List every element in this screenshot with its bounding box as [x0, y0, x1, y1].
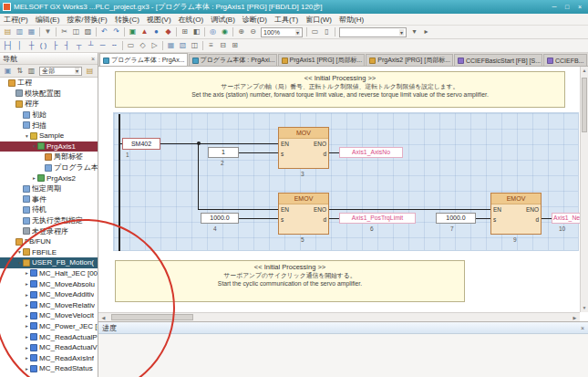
- tree-item[interactable]: ▸ MC_ReadActualV: [0, 342, 98, 353]
- tree-filter-select[interactable]: 全部 ▾: [39, 67, 82, 76]
- tree-item[interactable]: ▸ MC_MoveAdditiv: [0, 289, 98, 300]
- tree-expander-icon[interactable]: ▸: [24, 334, 30, 340]
- document-tab[interactable]: プログラム本体 : PrgAxi...: [189, 54, 277, 66]
- constant-input[interactable]: 1: [208, 147, 239, 158]
- toolbar-icon[interactable]: ◆: [162, 26, 174, 37]
- menu-item[interactable]: 在线(O): [175, 15, 208, 25]
- ladder-symbol-icon[interactable]: │: [14, 40, 26, 51]
- toolbar-icon[interactable]: ⊖: [247, 26, 259, 37]
- horizontal-scroll-thumb[interactable]: [111, 314, 193, 320]
- menu-item[interactable]: 转换(C): [111, 15, 143, 25]
- tree-item[interactable]: ▸ MC_MoveAbsolu: [0, 278, 98, 289]
- ladder-symbol-icon[interactable]: ┬: [73, 40, 85, 51]
- tree-item[interactable]: 模块配置图: [0, 89, 98, 99]
- tree-item[interactable]: ▾ PrgAxis1: [0, 141, 98, 152]
- ladder-symbol-icon[interactable]: ◫: [189, 40, 201, 51]
- ladder-symbol-icon[interactable]: ╌: [108, 40, 120, 51]
- tree-item[interactable]: プログラム本体: [0, 162, 98, 173]
- tree-item[interactable]: ▾ USER_FB_Motion(: [0, 257, 98, 268]
- tree-item[interactable]: ▾ Sample: [0, 131, 98, 141]
- document-tab[interactable]: PrgAxis2 [PRG] [局部标...: [366, 54, 453, 66]
- menu-item[interactable]: 编辑(E): [32, 15, 64, 25]
- document-tab[interactable]: PrgAxis1 [PRG] [局部标...: [278, 54, 366, 66]
- tree-item[interactable]: ▸ MC_ReadStatus: [0, 363, 98, 374]
- tree-item[interactable]: 无执行类型指定: [0, 215, 98, 226]
- tree-item[interactable]: ▾ FBFILE: [0, 247, 98, 258]
- document-tab[interactable]: CCIEFB...: [543, 54, 587, 66]
- scroll-up-icon[interactable]: ▲: [581, 67, 588, 75]
- vertical-scroll-thumb[interactable]: [582, 78, 587, 132]
- tree-expander-icon[interactable]: ▾: [24, 133, 30, 139]
- tree-expander-icon[interactable]: ▸: [24, 270, 30, 276]
- tree-expander-icon[interactable]: ▸: [24, 323, 30, 329]
- toolbar-icon[interactable]: ▤: [2, 26, 14, 37]
- tree-item[interactable]: 待机: [0, 204, 98, 215]
- maximize-button[interactable]: □: [562, 4, 573, 10]
- tree-expander-icon[interactable]: ▾: [31, 143, 37, 149]
- toolbar-icon[interactable]: ▭: [309, 26, 321, 37]
- menu-item[interactable]: 视图(V): [143, 15, 175, 25]
- toolbar-icon[interactable]: ▨: [82, 26, 94, 37]
- nav-tool-icon[interactable]: ▥: [26, 66, 37, 77]
- toolbar-icon[interactable]: ◎: [207, 26, 219, 37]
- ladder-symbol-icon[interactable]: ▦: [165, 40, 177, 51]
- tree-item[interactable]: 初始: [0, 110, 98, 120]
- toolbar-icon[interactable]: ▲: [139, 26, 150, 37]
- ladder-symbol-icon[interactable]: ─: [97, 40, 108, 51]
- toolbar-icon[interactable]: ⊞: [179, 26, 191, 37]
- menu-item[interactable]: 调试(B): [207, 15, 239, 25]
- ladder-symbol-icon[interactable]: ( ): [37, 40, 49, 51]
- tree-item[interactable]: ▸ MC_MoveVelocit: [0, 310, 98, 321]
- tree-expander-icon[interactable]: ▸: [24, 292, 30, 298]
- tree-item[interactable]: 未登录程序: [0, 225, 98, 236]
- scroll-left-icon[interactable]: ◀: [98, 314, 108, 321]
- ladder-symbol-icon[interactable]: ┤: [61, 40, 73, 51]
- ladder-symbol-icon[interactable]: ⊞: [229, 40, 241, 51]
- ladder-symbol-icon[interactable]: ┼: [26, 40, 37, 51]
- tree-item[interactable]: ▸ MC_MoveRelativ: [0, 299, 98, 310]
- emov-block-2[interactable]: EMOV EN ENO s d: [490, 193, 542, 235]
- toolbar-icon[interactable]: ▼: [42, 26, 54, 37]
- tree-expander-icon[interactable]: ▸: [24, 366, 30, 372]
- nav-tool-icon[interactable]: ▤: [84, 66, 96, 77]
- minimize-button[interactable]: ─: [549, 4, 560, 10]
- nav-tool-icon[interactable]: ⇅: [14, 66, 26, 77]
- ladder-symbol-icon[interactable]: ├: [49, 40, 61, 51]
- tree-item[interactable]: 恒定周期: [0, 183, 98, 194]
- tree-item[interactable]: 事件: [0, 194, 98, 205]
- close-panel-icon[interactable]: ×: [581, 325, 584, 331]
- comment-box-initial-1[interactable]: << Initial Processing >> サーボアンプの軸（局）番号、正…: [115, 71, 565, 108]
- zoom-select[interactable]: 100% ▾: [261, 27, 303, 37]
- tree-item[interactable]: ▸ MC_Halt_JEC [00: [0, 268, 98, 279]
- toolbar-icon[interactable]: ◉: [219, 26, 231, 37]
- tree-item[interactable]: ▸ MC_ReadActualP: [0, 331, 98, 342]
- fbd-ld-editor[interactable]: << Initial Processing >> サーボアンプの軸（局）番号、正…: [98, 67, 588, 322]
- toolbar-icon[interactable]: ▣: [127, 26, 139, 37]
- tree-expander-icon[interactable]: ▸: [24, 345, 30, 351]
- scroll-right-icon[interactable]: ▶: [570, 314, 580, 321]
- ladder-symbol-icon[interactable]: ┴: [85, 40, 97, 51]
- menu-item[interactable]: 帮助(H): [335, 15, 367, 25]
- toolbar-icon[interactable]: ⊕: [235, 26, 247, 37]
- document-tab[interactable]: CCIEFBasicStart [FB] [S...: [454, 54, 542, 66]
- nav-tool-icon[interactable]: ▣: [2, 66, 14, 77]
- toolbar-icon[interactable]: ▦: [26, 26, 37, 37]
- vertical-scrollbar[interactable]: ▲ ▼: [580, 67, 588, 312]
- close-button[interactable]: ×: [574, 4, 585, 10]
- tree-item[interactable]: 工程: [0, 78, 98, 89]
- tree-expander-icon[interactable]: ▸: [31, 175, 37, 181]
- contact-sm402[interactable]: SM402: [122, 138, 160, 150]
- output-label-postrqlimit[interactable]: Axis1_PosTrqLimit: [339, 213, 416, 224]
- ladder-symbol-icon[interactable]: ≡: [205, 40, 217, 51]
- menu-item[interactable]: 窗口(W): [302, 15, 335, 25]
- ladder-symbol-icon[interactable]: ▷: [149, 40, 160, 51]
- mov-block[interactable]: MOV EN ENO s d: [278, 127, 329, 169]
- emov-block-1[interactable]: EMOV EN ENO s d: [278, 193, 329, 235]
- tree-expander-icon[interactable]: ▸: [24, 313, 30, 319]
- toolbar-icon[interactable]: ▾: [408, 26, 420, 37]
- tree-expander-icon[interactable]: ▾: [16, 249, 23, 255]
- output-label-axisno[interactable]: Axis1_AxisNo: [339, 147, 403, 158]
- menu-item[interactable]: 诊断(D): [239, 15, 271, 25]
- toolbar-icon[interactable]: ↷: [110, 26, 122, 37]
- toolbar-icon[interactable]: ▥: [14, 26, 26, 37]
